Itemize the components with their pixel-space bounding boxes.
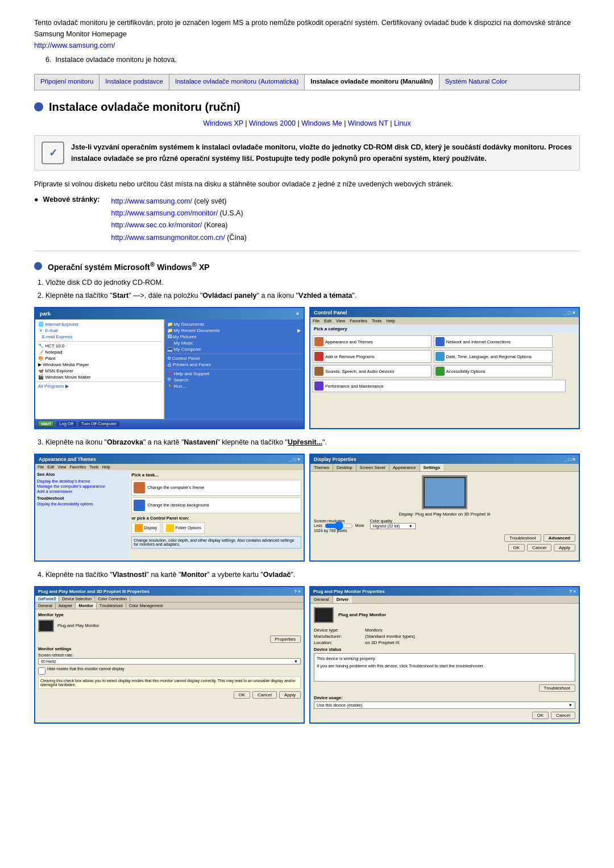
tab-instalace-automaticka[interactable]: Instalace ovladače monitoru (Automatická… — [169, 74, 305, 90]
cp-display-icon[interactable]: Display — [131, 522, 160, 534]
monitor-props-tabs2-left: General Adapter Monitor Troubleshoot Col… — [35, 603, 304, 609]
monitor-settings-label: Monitor settings — [38, 646, 301, 651]
troubleshoot-button[interactable]: Troubleshoot — [504, 534, 541, 542]
tab-adapter[interactable]: Adapter — [56, 603, 76, 609]
warning-text: Clearing this check box allows you to se… — [38, 676, 301, 689]
link-samsung-korea[interactable]: http://www.sec.co.kr/monitor/ — [111, 221, 202, 229]
bullet-item-websites: ● Webové stránky: http://www.samsung.com… — [34, 196, 580, 244]
cancel-button-1[interactable]: Cancel — [527, 544, 551, 551]
start-button[interactable]: start — [38, 421, 54, 427]
troubleshoot-btn-right[interactable]: Troubleshoot — [539, 684, 575, 692]
link-samsung-china[interactable]: http://www.samsungmonitor.com.cn/ — [111, 234, 225, 242]
cp-date[interactable]: Date, Time, Language, and Regional Optio… — [434, 350, 553, 363]
tab-general-right[interactable]: General — [310, 596, 333, 603]
date-icon — [435, 352, 445, 361]
cp-menubar: FileEditViewFavoritesToolsHelp — [310, 317, 579, 325]
os-link-winnt[interactable]: Windows NT — [348, 119, 388, 127]
appearance-icon — [314, 337, 323, 346]
samsung-link[interactable]: http://www.samsung.com/ — [34, 41, 115, 49]
checkmark-icon: ✓ — [42, 142, 64, 164]
advanced-button[interactable]: Advanced — [544, 534, 575, 542]
cp-sounds[interactable]: Sounds, Speech, and Audio Devices — [313, 365, 432, 377]
page-title-section: Instalace ovladače monitoru (ruční) — [34, 101, 580, 114]
step-3: Klepněte na ikonu "Obrazovka" a na kartě… — [45, 437, 580, 448]
menu-mycomputer: 💻 My Computer — [166, 346, 302, 352]
tab-monitor[interactable]: Monitor — [76, 603, 97, 609]
hide-modes-checkbox[interactable] — [38, 667, 45, 675]
ok-btn-left[interactable]: OK — [234, 691, 251, 699]
os-link-win2000[interactable]: Windows 2000 — [249, 119, 296, 127]
cp-addremove[interactable]: Add or Remove Programs — [313, 350, 432, 363]
manufacturer-field: Manufacturer: (Standard monitor types) — [314, 634, 575, 639]
os-link-winme[interactable]: Windows Me — [301, 119, 342, 127]
step2-left-screenshot: park × 🌐 Internet Explorer 📧 E-mail E-ma… — [34, 307, 305, 429]
dp-tab-appearance[interactable]: Appearance — [389, 464, 420, 471]
link-samsung-usa[interactable]: http://www.samsung.com/monitor/ — [111, 209, 218, 217]
os-link-winxp[interactable]: Windows XP — [203, 119, 243, 127]
device-type-value: Monitors — [365, 628, 383, 633]
right-ok-cancel: OK Cancel — [314, 712, 575, 719]
monitor-preview — [422, 475, 467, 509]
taskbar-log-off[interactable]: Log Off — [56, 421, 76, 426]
nav-tabs: Připojení monitoru Instalace podstavce I… — [34, 74, 580, 90]
tab-color-correction[interactable]: Color Correction — [95, 596, 130, 602]
menu-search: 🔍 Search — [166, 377, 302, 383]
cp-performance[interactable]: Performance and Maintenance — [313, 380, 566, 392]
tab-device-selection[interactable]: Device Selection — [59, 596, 95, 602]
tab-troubleshoot[interactable]: Troubleshoot — [97, 603, 126, 609]
apply-button-1[interactable]: Apply — [554, 544, 575, 551]
monitor-type-row: Plug and Play Monitor — [38, 620, 301, 632]
cp-network[interactable]: Network and Internet Connections — [434, 335, 553, 348]
winxp-header: park × — [35, 308, 304, 319]
tab-pripojeni[interactable]: Připojení monitoru — [35, 74, 99, 90]
refresh-rate-dropdown[interactable]: 60 Hertz ▼ — [38, 658, 301, 665]
menu-mymusic: 🎵 My Music — [166, 340, 302, 346]
appearance-right: Pick a task... Change the computer's the… — [129, 470, 304, 558]
cp-accessibility[interactable]: Accessibility Options — [434, 365, 553, 377]
cp-description: Change resolution, color depth, and othe… — [131, 536, 301, 549]
color-quality-dropdown[interactable]: Highest (32 bit) ▼ — [370, 523, 416, 529]
cp-appearance[interactable]: Appearance and Themes — [313, 335, 432, 348]
properties-button[interactable]: Properties — [270, 636, 301, 643]
device-status-box: This device is working properly. If you … — [314, 653, 575, 682]
taskbar: start Log Off Turn Off Computer — [35, 419, 304, 428]
screen-res-section: Screen resolution Less More 1024 by 768 … — [314, 519, 364, 533]
left-ok-cancel: OK Cancel Apply — [38, 691, 301, 699]
taskbar-turn-off[interactable]: Turn Off Computer — [78, 421, 119, 426]
step4-right-screenshot: Plug and Play Monitor Properties ? × Gen… — [309, 586, 580, 724]
network-icon — [435, 337, 445, 346]
section-title: Operační systém Microsoft® Windows® XP — [48, 260, 210, 272]
tab-driver-right[interactable]: Driver — [333, 596, 352, 603]
tab-general[interactable]: General — [35, 603, 56, 609]
tab-geforce3[interactable]: GeForce3 — [35, 596, 59, 602]
link-samsung-global[interactable]: http://www.samsung.com/ — [111, 197, 192, 205]
tab-instalace-podstavce[interactable]: Instalace podstavce — [99, 74, 169, 90]
task-desktop[interactable]: Change the desktop background — [131, 497, 301, 513]
cancel-btn-left[interactable]: Cancel — [252, 691, 277, 699]
tab-instalace-manualni[interactable]: Instalace ovladače monitoru (Manuální) — [305, 74, 439, 90]
prepare-text: Připravte si volnou disketu nebo určitou… — [34, 178, 580, 190]
tab-color-management[interactable]: Color Management — [126, 603, 166, 609]
task-theme[interactable]: Change the computer's theme — [131, 480, 301, 496]
dp-tab-screensaver[interactable]: Screen Saver — [356, 464, 389, 471]
dp-tab-themes[interactable]: Themes — [310, 464, 333, 471]
os-link-linux[interactable]: Linux — [394, 119, 411, 127]
device-usage-dropdown[interactable]: Use this device (enable) ▼ — [314, 701, 575, 709]
section-icon — [34, 262, 42, 270]
display-props-body: Display: Plug and Play Monitor on 3D Pro… — [310, 472, 579, 555]
dp-tab-settings[interactable]: Settings — [420, 464, 444, 471]
monitor-props-header-right: Plug and Play Monitor Properties ? × — [310, 587, 579, 596]
ok-button-1[interactable]: OK — [508, 544, 525, 551]
resolution-slider[interactable] — [325, 523, 353, 529]
tab-natural-color[interactable]: Systém Natural Color — [439, 74, 513, 90]
ok-btn-right[interactable]: OK — [532, 712, 549, 719]
dp-tab-desktop[interactable]: Desktop — [333, 464, 356, 471]
manufacturer-value: (Standard monitor types) — [365, 634, 415, 639]
cancel-btn-right[interactable]: Cancel — [551, 712, 575, 719]
cp-folder-icon[interactable]: Folder Options — [163, 522, 205, 534]
info-box-text: Jste-li vyzvání operačním systémem k ins… — [71, 142, 572, 164]
display-icon — [135, 524, 143, 532]
divider-1 — [34, 251, 580, 251]
display-name: Display: Plug and Play Monitor on 3D Pro… — [399, 512, 491, 517]
apply-btn-left[interactable]: Apply — [279, 691, 301, 699]
